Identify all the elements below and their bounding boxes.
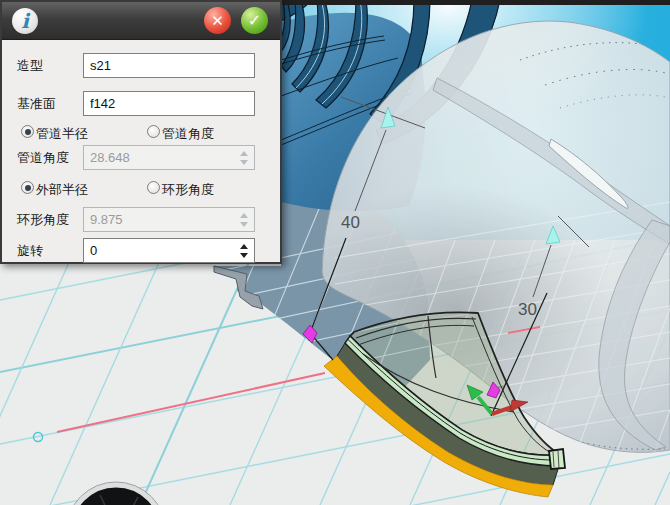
ring-angle-spinner [83, 207, 255, 232]
radio-pipe-angle[interactable] [147, 125, 160, 138]
band-end-cap [549, 449, 565, 469]
radio-outer-radius[interactable] [21, 181, 34, 194]
radio-label-pipe-angle: 管道角度 [162, 125, 214, 143]
spin-up-icon [240, 213, 248, 218]
datum-plane-input[interactable] [83, 91, 255, 116]
spin-down-button[interactable] [240, 253, 248, 258]
field-label-pipe-angle: 管道角度 [17, 145, 69, 170]
rotation-input[interactable] [83, 238, 255, 263]
field-label-ring-angle: 环形角度 [17, 207, 69, 232]
radio-label-pipe-radius: 管道半径 [36, 125, 88, 143]
dim-label-30: 30 [518, 300, 537, 319]
window-top-edge [281, 0, 670, 5]
feature-edit-dialog: i ✕ ✓ 造型 基准面 管道半径 管道角度 管道角度 外部半径 环形角度 环形… [0, 0, 282, 264]
spin-down-icon [240, 160, 248, 165]
spin-up-icon [240, 151, 248, 156]
field-label-datum-plane: 基准面 [17, 91, 56, 116]
shape-input[interactable] [83, 53, 255, 78]
cancel-button[interactable]: ✕ [204, 7, 231, 34]
spin-up-button[interactable] [240, 244, 248, 249]
field-label-shape: 造型 [17, 53, 43, 78]
radio-label-ring-angle: 环形角度 [162, 181, 214, 199]
radio-label-outer-radius: 外部半径 [36, 181, 88, 199]
pipe-angle-spinner [83, 145, 255, 170]
dialog-header: i ✕ ✓ [2, 2, 280, 40]
info-icon: i [12, 8, 38, 34]
spin-down-icon [240, 222, 248, 227]
field-label-rotation: 旋转 [17, 238, 43, 263]
dim-label-40: 40 [341, 213, 360, 232]
radio-ring-angle[interactable] [147, 181, 160, 194]
application-window: 40 30 i ✕ ✓ 造型 基准面 管道半径 管道角度 管道角度 外部半径 环… [0, 0, 670, 505]
radio-pipe-radius[interactable] [21, 125, 34, 138]
rotation-spinner[interactable] [83, 238, 255, 263]
confirm-button[interactable]: ✓ [241, 7, 268, 34]
